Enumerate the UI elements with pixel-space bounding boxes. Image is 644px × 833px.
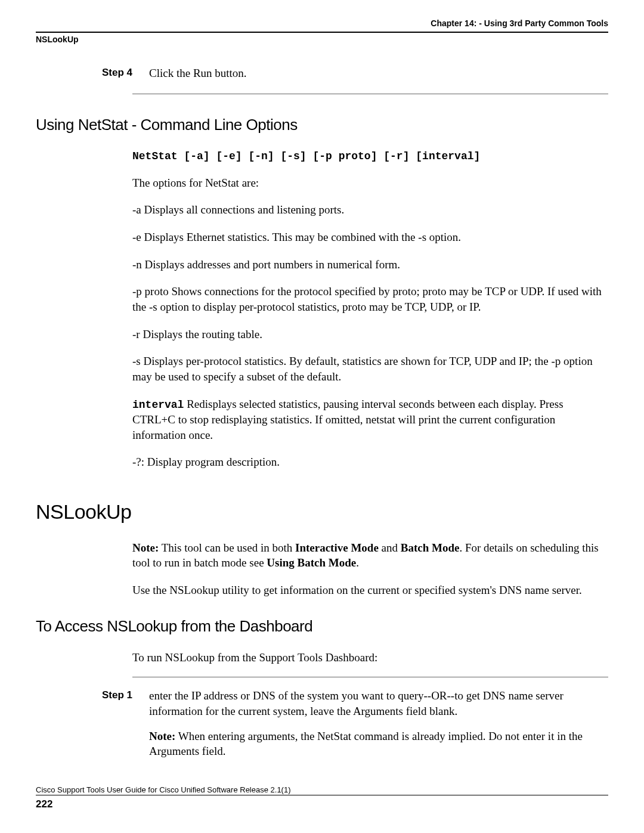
step-1-row: Step 1 enter the IP address or DNS of th… <box>36 688 608 759</box>
netstat-opt-q: -?: Display program description. <box>132 454 608 470</box>
header-section: NSLookUp <box>36 34 608 45</box>
note-prefix: Note: <box>132 541 159 554</box>
footer-rule <box>36 795 608 795</box>
page: Chapter 14: - Using 3rd Party Common Too… <box>0 0 644 833</box>
step-1-text: enter the IP address or DNS of the syste… <box>149 688 608 719</box>
note-bold2: Batch Mode <box>401 541 460 554</box>
access-body: To run NSLookup from the Support Tools D… <box>132 650 608 678</box>
netstat-interval-rest: Redisplays selected statistics, pausing … <box>132 398 564 441</box>
access-heading: To Access NSLookup from the Dashboard <box>36 616 608 637</box>
step-1-note: Note: When entering arguments, the NetSt… <box>149 729 608 759</box>
netstat-heading: Using NetStat - Command Line Options <box>36 114 608 135</box>
netstat-intro: The options for NetStat are: <box>132 175 608 191</box>
nslookup-body: Note: This tool can be used in both Inte… <box>132 540 608 598</box>
nslookup-heading: NSLookUp <box>36 498 608 526</box>
step-4-body: Click the Run button. <box>132 66 608 81</box>
access-intro: To run NSLookup from the Support Tools D… <box>132 650 608 665</box>
netstat-opt-a: -a Displays all connections and listenin… <box>132 202 608 218</box>
nslookup-usage: Use the NSLookup utility to get informat… <box>132 583 608 598</box>
netstat-opt-e: -e Displays Ethernet statistics. This ma… <box>132 230 608 245</box>
step-4-row: Step 4 Click the Run button. <box>36 66 608 81</box>
netstat-interval-kw: interval <box>132 399 184 411</box>
step-4-text: Click the Run button. <box>149 67 247 79</box>
netstat-opt-r: -r Displays the routing table. <box>132 327 608 342</box>
separator <box>132 94 608 94</box>
separator-2 <box>132 677 608 677</box>
note-mid: and <box>379 541 401 554</box>
header-chapter: Chapter 14: - Using 3rd Party Common Too… <box>36 18 608 29</box>
step-4-label: Step 4 <box>36 66 132 80</box>
netstat-opt-p: -p proto Shows connections for the proto… <box>132 284 608 314</box>
step-1-note-rest: When entering arguments, the NetStat com… <box>149 730 583 758</box>
netstat-body: NetStat [-a] [-e] [-n] [-s] [-p proto] [… <box>132 149 608 470</box>
step-1-body: enter the IP address or DNS of the syste… <box>132 688 608 759</box>
netstat-opt-s: -s Displays per-protocol statistics. By … <box>132 354 608 384</box>
netstat-interval: interval Redisplays selected statistics,… <box>132 397 608 443</box>
page-number: 222 <box>36 798 608 812</box>
note-bold3: Using Batch Mode <box>267 556 356 569</box>
note-part1: This tool can be used in both <box>159 541 295 554</box>
header-rule <box>36 32 608 33</box>
step-1-note-prefix: Note: <box>149 730 175 742</box>
netstat-opt-n: -n Displays addresses and port numbers i… <box>132 257 608 272</box>
step-4-separator-wrap <box>132 94 608 94</box>
footer: Cisco Support Tools User Guide for Cisco… <box>36 785 608 812</box>
note-bold1: Interactive Mode <box>295 541 379 554</box>
note-end: . <box>356 556 359 569</box>
nslookup-note: Note: This tool can be used in both Inte… <box>132 540 608 571</box>
footer-guide: Cisco Support Tools User Guide for Cisco… <box>36 785 608 795</box>
step-1-label: Step 1 <box>36 688 132 702</box>
netstat-syntax: NetStat [-a] [-e] [-n] [-s] [-p proto] [… <box>132 149 608 163</box>
